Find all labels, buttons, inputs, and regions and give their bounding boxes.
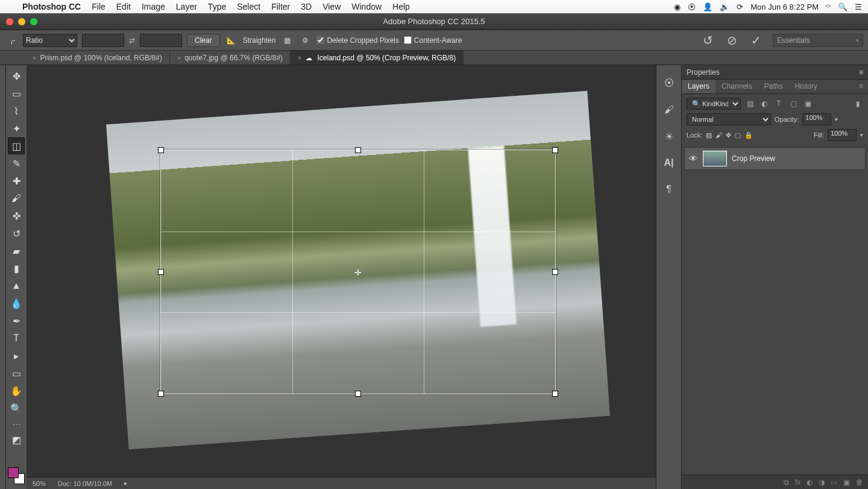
filter-shape-icon[interactable]: ▢ bbox=[788, 99, 799, 108]
color-swatches[interactable] bbox=[8, 467, 25, 484]
dock-character-icon[interactable]: A| bbox=[661, 154, 678, 171]
commit-crop-icon[interactable]: ✓ bbox=[749, 33, 763, 48]
app-menu[interactable]: Photoshop CC bbox=[17, 2, 86, 11]
pen-tool[interactable]: ✒ bbox=[8, 312, 25, 329]
close-tab-icon[interactable]: × bbox=[33, 54, 36, 62]
dock-brushes-icon[interactable]: 🖌 bbox=[661, 101, 678, 118]
volume-icon[interactable]: 🔈 bbox=[720, 2, 729, 11]
eraser-tool[interactable]: ▰ bbox=[8, 242, 25, 259]
crop-handle-bc[interactable] bbox=[355, 391, 361, 397]
delete-cropped-checkbox[interactable]: Delete Cropped Pixels bbox=[316, 36, 398, 45]
zoom-level[interactable]: 50% bbox=[33, 480, 46, 487]
crop-tool[interactable]: ◫ bbox=[8, 137, 25, 154]
menu-filter[interactable]: Filter bbox=[266, 2, 295, 11]
toolbar-collapse-strip[interactable] bbox=[0, 65, 6, 489]
gradient-tool[interactable]: ▮ bbox=[8, 260, 25, 277]
menu-image[interactable]: Image bbox=[136, 2, 171, 11]
swap-dimensions-icon[interactable]: ⇄ bbox=[129, 36, 135, 45]
user-icon[interactable]: 👤 bbox=[703, 2, 712, 11]
dock-paragraph-icon[interactable]: ¶ bbox=[661, 181, 678, 198]
tab-paths[interactable]: Paths bbox=[758, 80, 789, 93]
doc-tab[interactable]: × Prism.psd @ 100% (Iceland, RGB/8#) bbox=[25, 51, 170, 65]
overlay-grid-icon[interactable]: ▦ bbox=[280, 34, 294, 47]
status-icon[interactable]: ◉ bbox=[674, 2, 681, 11]
fill-value[interactable]: 100% bbox=[828, 129, 857, 141]
shape-tool[interactable]: ▲ bbox=[8, 277, 25, 294]
crop-height-field[interactable] bbox=[140, 34, 182, 47]
menu-select[interactable]: Select bbox=[231, 2, 266, 11]
new-group-icon[interactable]: ▭ bbox=[831, 478, 837, 487]
layer-name[interactable]: Crop Preview bbox=[732, 154, 775, 163]
doc-tab[interactable]: × quote7.jpg @ 66.7% (RGB/8#) bbox=[170, 51, 291, 65]
dock-cc-icon[interactable]: ⦿ bbox=[661, 75, 678, 92]
brush-tool[interactable]: 🖌 bbox=[8, 190, 25, 207]
cc-status-icon[interactable]: ⦿ bbox=[688, 2, 696, 11]
crop-handle-tc[interactable] bbox=[355, 147, 361, 153]
content-aware-input[interactable] bbox=[404, 36, 412, 44]
straighten-label[interactable]: Straighten bbox=[243, 36, 276, 45]
eyedropper-tool[interactable]: ✎ bbox=[8, 155, 25, 172]
crop-handle-mr[interactable] bbox=[552, 269, 558, 275]
menu-file[interactable]: File bbox=[86, 2, 111, 11]
layer-row[interactable]: 👁 Crop Preview bbox=[684, 147, 866, 170]
menu-layer[interactable]: Layer bbox=[171, 2, 203, 11]
canvas[interactable]: ✛ 50% Doc: 10.0M/10.0M ▸ bbox=[27, 65, 656, 489]
crop-width-field[interactable] bbox=[82, 34, 124, 47]
menu-3d[interactable]: 3D bbox=[295, 2, 317, 11]
crop-handle-tr[interactable] bbox=[552, 147, 558, 153]
fill-dropdown-icon[interactable]: ▾ bbox=[860, 132, 863, 138]
move-tool[interactable]: ✥ bbox=[8, 68, 25, 84]
filter-adjust-icon[interactable]: ◐ bbox=[759, 99, 770, 108]
type-tool[interactable]: T bbox=[8, 330, 25, 347]
menu-view[interactable]: View bbox=[317, 2, 346, 11]
patch-tool[interactable]: ✚ bbox=[8, 172, 25, 189]
straighten-icon[interactable]: 📐 bbox=[225, 34, 238, 47]
menu-extras-icon[interactable]: ☰ bbox=[855, 2, 862, 11]
workspace-switcher[interactable]: Essentials bbox=[773, 34, 863, 47]
new-adjustment-icon[interactable]: ◑ bbox=[819, 478, 825, 487]
dock-adjustments-icon[interactable]: ☀ bbox=[661, 128, 678, 145]
crop-handle-ml[interactable] bbox=[158, 269, 164, 275]
quick-mask-icon[interactable]: ◩ bbox=[8, 431, 25, 448]
foreground-swatch[interactable] bbox=[8, 467, 19, 478]
clock[interactable]: Mon Jun 6 8:22 PM bbox=[750, 2, 819, 11]
spotlight-icon[interactable]: 🔍 bbox=[838, 2, 848, 11]
clear-button[interactable]: Clear bbox=[187, 34, 220, 47]
filter-smart-icon[interactable]: ▣ bbox=[802, 99, 813, 108]
delete-cropped-input[interactable] bbox=[316, 36, 324, 44]
tab-layers[interactable]: Layers bbox=[682, 80, 715, 93]
hand-tool[interactable]: ✋ bbox=[8, 382, 25, 399]
layer-visibility-icon[interactable]: 👁 bbox=[688, 154, 698, 163]
crop-handle-bl[interactable] bbox=[158, 391, 164, 397]
opacity-value[interactable]: 100% bbox=[802, 113, 831, 125]
blur-tool[interactable]: 💧 bbox=[8, 295, 25, 312]
layer-thumbnail[interactable] bbox=[703, 151, 727, 166]
blend-mode-select[interactable]: Normal bbox=[687, 113, 771, 125]
path-select-tool[interactable]: ▸ bbox=[8, 347, 25, 364]
close-window[interactable] bbox=[6, 18, 13, 25]
history-brush-tool[interactable]: ↺ bbox=[8, 225, 25, 242]
menu-edit[interactable]: Edit bbox=[111, 2, 136, 11]
layer-filter-select[interactable]: 🔍 KindKind bbox=[687, 98, 741, 110]
lock-artboard-icon[interactable]: ▢ bbox=[735, 131, 741, 139]
edit-toolbar-icon[interactable]: ⋯ bbox=[13, 420, 20, 429]
close-tab-icon[interactable]: × bbox=[177, 54, 181, 62]
content-aware-checkbox[interactable]: Content-Aware bbox=[404, 36, 462, 45]
filter-pixel-icon[interactable]: ▨ bbox=[744, 99, 755, 108]
filter-toggle-icon[interactable]: ▮ bbox=[852, 99, 863, 108]
delete-layer-icon[interactable]: 🗑 bbox=[856, 478, 863, 487]
tab-history[interactable]: History bbox=[788, 80, 823, 93]
layer-mask-icon[interactable]: ◐ bbox=[807, 478, 813, 487]
close-tab-icon[interactable]: × bbox=[298, 54, 301, 62]
filter-type-icon[interactable]: T bbox=[773, 99, 784, 108]
marquee-tool[interactable]: ▭ bbox=[8, 85, 25, 102]
link-layers-icon[interactable]: ⧉ bbox=[784, 478, 789, 487]
lock-pixels-icon[interactable]: 🖌 bbox=[715, 131, 722, 139]
crop-handle-br[interactable] bbox=[552, 391, 558, 397]
clone-stamp-tool[interactable]: ✜ bbox=[8, 207, 25, 224]
layer-fx-icon[interactable]: fx bbox=[795, 478, 800, 487]
lock-position-icon[interactable]: ✥ bbox=[726, 131, 731, 139]
crop-box[interactable]: ✛ bbox=[160, 150, 556, 394]
zoom-tool[interactable]: 🔍 bbox=[8, 400, 25, 417]
doc-tab-active[interactable]: × Iceland.psd @ 50% (Crop Preview, RGB/8… bbox=[291, 51, 464, 65]
